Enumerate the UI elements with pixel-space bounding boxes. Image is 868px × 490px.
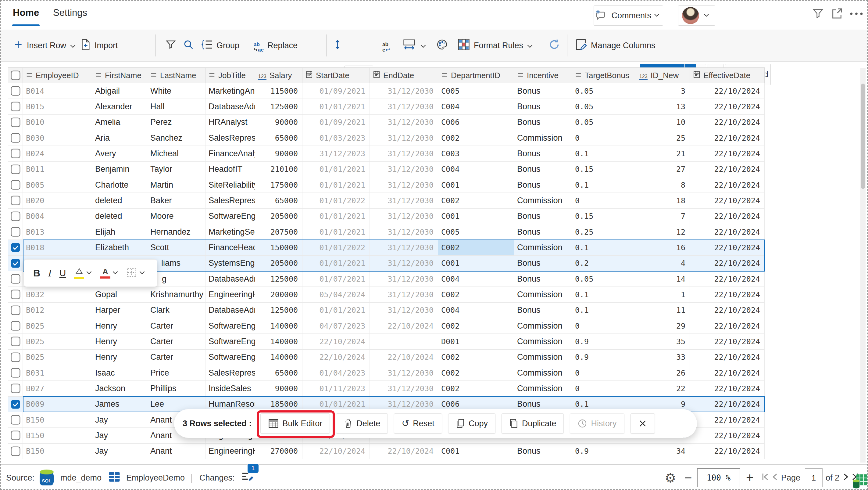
import-button[interactable]: Import <box>81 30 118 62</box>
changes-indicator[interactable]: 1 <box>241 465 254 490</box>
cell-salary[interactable]: 207500 <box>255 224 303 239</box>
cell-salary[interactable]: 150000 <box>255 240 303 255</box>
cell-id_new[interactable]: 8 <box>636 177 690 193</box>
cell-departmentid[interactable]: C005 <box>438 224 514 239</box>
cell-targetbonus[interactable]: 0.05 <box>572 99 636 114</box>
cell-incentive[interactable]: Bonus <box>514 224 572 239</box>
cell-incentive[interactable]: Commission <box>514 318 572 334</box>
more-options-icon[interactable] <box>850 11 863 17</box>
cell-id_new[interactable]: 33 <box>636 350 690 365</box>
cell-employeeid[interactable]: B010 <box>23 115 92 130</box>
cell-effectivedate[interactable]: 22/10/2024 <box>690 302 765 318</box>
cell-salary[interactable]: 65000 <box>255 365 303 380</box>
settings-gear-button[interactable]: ⚙ <box>664 465 676 490</box>
cell-effectivedate[interactable]: 22/10/2024 <box>690 381 765 396</box>
column-header-startdate[interactable]: StartDate <box>303 68 370 83</box>
cell-firstname[interactable]: Elizabeth <box>92 240 147 255</box>
cell-id_new[interactable]: 7 <box>636 209 690 224</box>
cell-effectivedate[interactable]: 22/10/2024 <box>690 240 765 255</box>
row-checkbox[interactable] <box>8 271 23 287</box>
page-number-input[interactable]: 1 <box>805 468 823 487</box>
cell-departmentid[interactable]: C002 <box>438 130 514 146</box>
cell-departmentid[interactable]: C002 <box>438 350 514 365</box>
cell-enddate[interactable]: 22/10/2024 <box>370 350 438 365</box>
cell-id_new[interactable]: 34 <box>636 443 690 459</box>
cell-jobtitle[interactable]: SoftwareEngi <box>206 334 255 349</box>
refresh-button[interactable] <box>548 30 560 62</box>
cell-startdate[interactable]: 01/01/2021 <box>303 256 370 271</box>
cell-jobtitle[interactable]: SoftwareEngi <box>206 350 255 365</box>
cell-startdate[interactable]: 01/07/2021 <box>303 271 370 287</box>
reset-button[interactable]: ↺Reset <box>394 413 442 434</box>
cell-effectivedate[interactable]: 22/10/2024 <box>690 99 765 114</box>
column-header-incentive[interactable]: Incentive <box>514 68 572 83</box>
row-checkbox[interactable] <box>8 428 23 443</box>
cell-employeeid[interactable]: B025 <box>23 334 92 349</box>
cell-incentive[interactable]: Bonus <box>514 443 572 459</box>
cell-salary[interactable]: 65000 <box>255 193 303 208</box>
cell-departmentid[interactable]: C003 <box>438 146 514 161</box>
cell-lastname[interactable]: Anant <box>147 443 206 459</box>
cell-jobtitle[interactable]: SiteReliability <box>206 177 255 193</box>
cell-departmentid[interactable]: C002 <box>438 240 514 255</box>
cell-effectivedate[interactable]: 22/10/2024 <box>690 177 765 193</box>
cell-jobtitle[interactable]: FinanceHead <box>206 240 255 255</box>
cell-effectivedate[interactable]: 22/10/2024 <box>690 428 765 443</box>
cell-firstname[interactable]: Henry <box>92 318 147 334</box>
duplicate-button[interactable]: Duplicate <box>501 413 564 434</box>
cell-salary[interactable]: 140000 <box>255 318 303 334</box>
cell-enddate[interactable]: 22/10/2024 <box>370 443 438 459</box>
cell-lastname[interactable]: Clark <box>147 302 206 318</box>
cell-salary[interactable]: 115000 <box>255 83 303 98</box>
open-in-new-icon[interactable] <box>831 7 843 21</box>
tab-home[interactable]: Home <box>13 7 39 18</box>
cell-startdate[interactable]: 01/03/2023 <box>303 130 370 146</box>
source-database[interactable]: mde_demo <box>60 465 101 490</box>
cell-salary[interactable]: 205000 <box>255 209 303 224</box>
cell-employeeid[interactable]: B011 <box>23 162 92 177</box>
filter-button[interactable] <box>165 30 176 62</box>
cell-jobtitle[interactable]: MarketingAna <box>206 83 255 98</box>
cell-lastname[interactable]: Krishnamurthy <box>147 287 206 302</box>
cell-salary[interactable]: 175000 <box>255 177 303 193</box>
cell-firstname[interactable]: Avery <box>92 146 147 161</box>
cell-id_new[interactable]: 29 <box>636 318 690 334</box>
cell-firstname[interactable]: Jay <box>92 412 147 428</box>
cell-incentive[interactable]: Bonus <box>514 162 572 177</box>
cell-departmentid[interactable]: C002 <box>438 318 514 334</box>
row-checkbox[interactable] <box>8 130 23 146</box>
cell-id_new[interactable]: 13 <box>636 99 690 114</box>
cell-firstname[interactable]: Benjamin <box>92 162 147 177</box>
source-table[interactable]: EmployeeDemo <box>126 465 185 490</box>
cell-id_new[interactable]: 1 <box>636 287 690 302</box>
cell-jobtitle[interactable]: DatabaseAdm <box>206 271 255 287</box>
cell-effectivedate[interactable]: 22/10/2024 <box>690 115 765 130</box>
cell-departmentid[interactable]: C001 <box>438 209 514 224</box>
cell-salary[interactable]: 140000 <box>255 350 303 365</box>
cell-effectivedate[interactable]: 22/10/2024 <box>690 287 765 302</box>
cell-id_new[interactable]: 11 <box>636 302 690 318</box>
cell-salary[interactable]: 125000 <box>255 302 303 318</box>
cell-salary[interactable]: 125000 <box>255 99 303 114</box>
row-checkbox[interactable] <box>8 350 23 365</box>
row-checkbox[interactable] <box>8 115 23 130</box>
column-header-targetbonus[interactable]: TargetBonus <box>572 68 636 83</box>
cell-jobtitle[interactable]: DatabaseAdm <box>206 99 255 114</box>
row-checkbox[interactable] <box>8 177 23 193</box>
cell-employeeid[interactable]: B150 <box>23 443 92 459</box>
cell-departmentid[interactable]: C002 <box>438 287 514 302</box>
cell-targetbonus[interactable]: 0.1 <box>572 146 636 161</box>
cell-id_new[interactable]: 12 <box>636 224 690 239</box>
cell-enddate[interactable] <box>370 334 438 349</box>
cell-incentive[interactable]: Commission <box>514 381 572 396</box>
zoom-out-button[interactable]: − <box>684 465 692 490</box>
cell-enddate[interactable]: 22/10/2024 <box>370 318 438 334</box>
cell-jobtitle[interactable]: SalesReprese <box>206 193 255 208</box>
cell-enddate[interactable]: 31/12/2030 <box>370 177 438 193</box>
cell-incentive[interactable]: Bonus <box>514 83 572 98</box>
row-checkbox[interactable] <box>8 209 23 224</box>
prev-page-button[interactable] <box>771 465 778 490</box>
cell-incentive[interactable]: Commission <box>514 240 572 255</box>
cell-effectivedate[interactable]: 22/10/2024 <box>690 397 765 412</box>
cell-firstname[interactable]: deleted <box>92 193 147 208</box>
